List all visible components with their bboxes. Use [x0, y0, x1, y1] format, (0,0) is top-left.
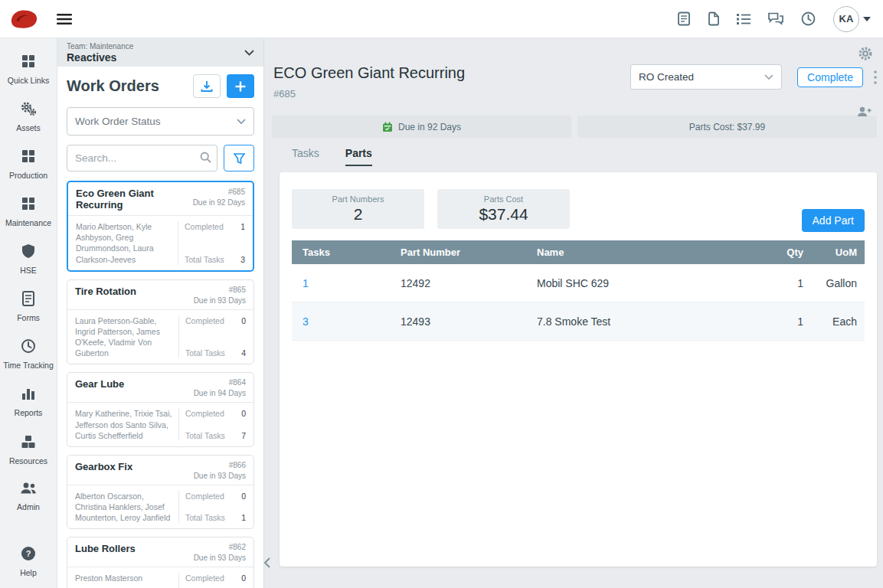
- team-name: Reactives: [67, 51, 244, 64]
- part-name-cell: 7.8 Smoke Test: [537, 315, 757, 328]
- collapse-panel-icon[interactable]: [264, 557, 270, 571]
- menu-icon[interactable]: [57, 13, 72, 25]
- tab-tasks[interactable]: Tasks: [292, 147, 319, 166]
- total-tasks-value: 4: [241, 348, 246, 358]
- sidebar-item-quick-links[interactable]: Quick Links: [0, 47, 57, 91]
- sidebar-item-label: Quick Links: [8, 76, 49, 85]
- detail-title-block: ECO Green Giant Recurring #685: [273, 64, 465, 100]
- qty-cell: 1: [757, 315, 803, 328]
- add-work-order-button[interactable]: [227, 74, 254, 98]
- team-label: Team: Maintenance: [67, 42, 244, 51]
- cubes-icon: [21, 434, 36, 452]
- completed-value: 0: [241, 492, 246, 501]
- settings-gear-icon[interactable]: [858, 46, 873, 64]
- team-selector[interactable]: Team: Maintenance Reactives: [57, 38, 263, 67]
- card-due: Due in 92 Days: [193, 198, 245, 207]
- card-due: Due in 93 Days: [194, 296, 246, 305]
- card-assignees: Alberton Oscarson, Christina Hanklers, J…: [75, 491, 178, 524]
- part-name-cell: Mobil SHC 629: [537, 277, 757, 289]
- sidebar-item-resources[interactable]: Resources: [0, 428, 57, 472]
- sidebar-item-reports[interactable]: Reports: [0, 380, 57, 423]
- clock-icon: [21, 338, 36, 357]
- chevron-down-icon: [764, 74, 773, 80]
- completed-value: 0: [241, 316, 246, 325]
- col-header-qty: Qty: [757, 247, 803, 258]
- work-order-card[interactable]: Lube Rollers #862 Due in 93 Days Preston…: [67, 537, 254, 588]
- sidebar-item-assets[interactable]: Assets: [0, 95, 57, 139]
- due-banner-text: Due in 92 Days: [398, 122, 461, 132]
- app-window: KA Quick Links Assets Production Mainten…: [0, 0, 883, 588]
- status-dropdown[interactable]: RO Created: [630, 64, 782, 90]
- team-info: Team: Maintenance Reactives: [67, 42, 244, 64]
- card-meta: #866 Due in 93 Days: [194, 461, 246, 480]
- app-logo[interactable]: [8, 7, 40, 31]
- task-link[interactable]: 3: [292, 315, 401, 328]
- work-order-card[interactable]: Eco Green Giant Recurring #685 Due in 92…: [67, 181, 254, 272]
- card-title: Lube Rollers: [75, 543, 194, 562]
- add-part-button[interactable]: Add Part: [802, 209, 865, 232]
- card-header: Gearbox Fix #866 Due in 93 Days: [67, 456, 253, 485]
- parts-cost-banner: Parts Cost: $37.99: [577, 116, 877, 138]
- user-menu[interactable]: KA: [833, 6, 871, 32]
- total-tasks-label: Total Tasks: [185, 431, 225, 440]
- tab-parts[interactable]: Parts: [345, 147, 372, 166]
- avatar[interactable]: KA: [833, 6, 859, 32]
- sidebar-item-maintenance[interactable]: Maintenance: [0, 190, 57, 234]
- completed-value: 0: [241, 409, 246, 418]
- search-input[interactable]: [67, 145, 217, 172]
- sidebar-item-time-tracking[interactable]: Time Tracking: [0, 332, 57, 376]
- sidebar-item-forms[interactable]: Forms: [0, 285, 57, 328]
- work-order-detail: ECO Green Giant Recurring #685 RO Create…: [264, 38, 883, 588]
- document-icon[interactable]: [708, 11, 719, 26]
- detail-header: ECO Green Giant Recurring #685 RO Create…: [272, 64, 877, 100]
- sidebar-item-label: Reports: [15, 408, 43, 417]
- checklist-icon[interactable]: [737, 13, 751, 25]
- completed-label: Completed: [185, 316, 224, 325]
- completed-label: Completed: [185, 409, 224, 418]
- assign-user-icon[interactable]: [857, 106, 872, 120]
- sidebar-item-label: Assets: [16, 123, 41, 132]
- detail-tabs: Tasks Parts: [292, 147, 877, 166]
- task-link[interactable]: 1: [292, 277, 401, 289]
- col-header-tasks: Tasks: [292, 247, 401, 258]
- table-row[interactable]: 1 12492 Mobil SHC 629 1 Gallon: [292, 264, 865, 302]
- work-order-status-select[interactable]: Work Order Status: [67, 107, 254, 136]
- card-meta: #685 Due in 92 Days: [193, 188, 245, 211]
- parts-stats-row: Part Numbers 2 Parts Cost $37.44 Add Par…: [292, 189, 865, 229]
- col-header-uom: UoM: [803, 247, 865, 258]
- notes-icon[interactable]: [678, 11, 690, 26]
- complete-button[interactable]: Complete: [797, 67, 863, 87]
- sidebar-item-help[interactable]: ? Help: [0, 540, 57, 583]
- download-button[interactable]: [193, 74, 221, 98]
- qty-cell: 1: [757, 277, 803, 289]
- work-order-card[interactable]: Gearbox Fix #866 Due in 93 Days Alberton…: [67, 455, 254, 530]
- grid-icon: [21, 54, 36, 72]
- sidebar-item-production[interactable]: Production: [0, 142, 57, 186]
- table-row[interactable]: 3 12493 7.8 Smoke Test 1 Each: [292, 302, 865, 341]
- card-stats: Completed0 Total Tasks4: [178, 315, 253, 359]
- chat-icon[interactable]: [768, 12, 783, 25]
- due-banner: Due in 92 Days: [272, 116, 571, 138]
- card-number: #864: [194, 378, 246, 387]
- total-tasks-label: Total Tasks: [185, 255, 224, 264]
- sidebar-item-hse[interactable]: HSE: [0, 237, 57, 281]
- card-meta: #865 Due in 93 Days: [194, 286, 246, 305]
- card-number: #862: [194, 543, 246, 551]
- sidebar-item-admin[interactable]: Admin: [0, 475, 57, 518]
- sidebar-item-label: HSE: [20, 266, 37, 275]
- total-tasks-label: Total Tasks: [185, 348, 225, 358]
- work-order-card[interactable]: Gear Lube #864 Due in 94 Days Mary Kathe…: [67, 372, 254, 447]
- clock-icon[interactable]: [801, 11, 816, 26]
- card-number: #865: [194, 286, 246, 294]
- gears-icon: [20, 101, 37, 119]
- search-box: [67, 145, 217, 172]
- parts-table-header: Tasks Part Number Name Qty UoM: [292, 240, 865, 264]
- part-number-cell: 12492: [401, 277, 537, 289]
- work-order-card[interactable]: Tire Rotation #865 Due in 93 Days Laura …: [67, 279, 254, 365]
- part-numbers-label: Part Numbers: [332, 194, 384, 204]
- more-options-icon[interactable]: [874, 70, 877, 84]
- grid-icon: [21, 149, 36, 167]
- card-due: Due in 93 Days: [194, 472, 246, 480]
- card-assignees: Preston Masterson: [75, 573, 178, 588]
- filter-button[interactable]: [224, 145, 254, 172]
